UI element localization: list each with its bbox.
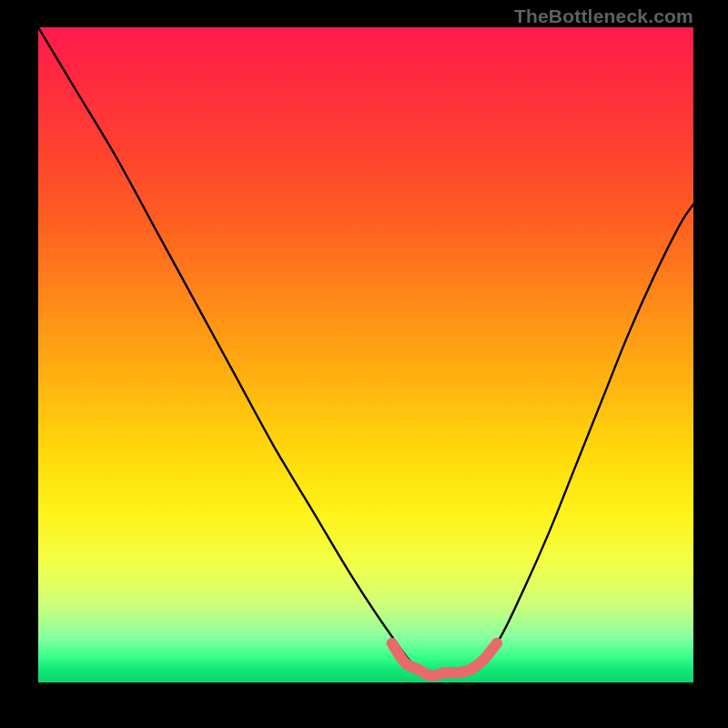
attribution-text: TheBottleneck.com	[514, 5, 693, 27]
chart-gradient-background	[38, 27, 693, 682]
chart-frame: TheBottleneck.com	[0, 0, 728, 728]
